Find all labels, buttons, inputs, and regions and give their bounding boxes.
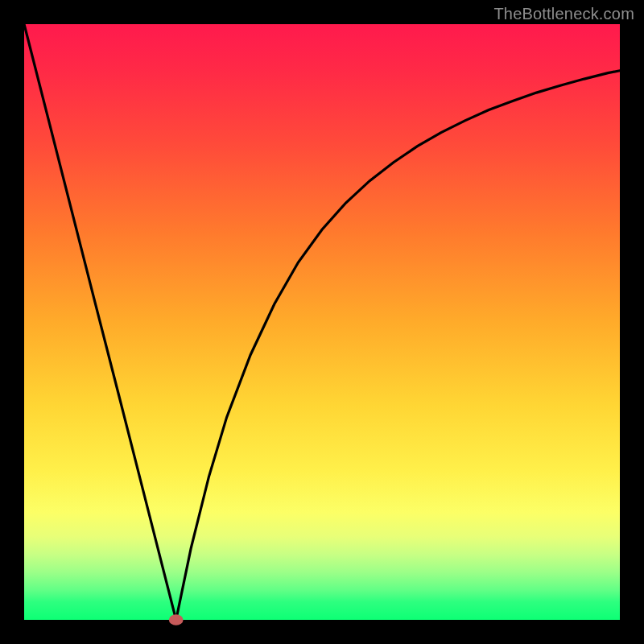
minimum-marker bbox=[169, 614, 184, 625]
curve-left-branch bbox=[24, 24, 176, 620]
chart-svg bbox=[24, 24, 620, 620]
curve-right-branch bbox=[176, 71, 620, 620]
watermark-text: TheBottleneck.com bbox=[493, 5, 634, 23]
chart-frame: TheBottleneck.com bbox=[0, 0, 644, 644]
